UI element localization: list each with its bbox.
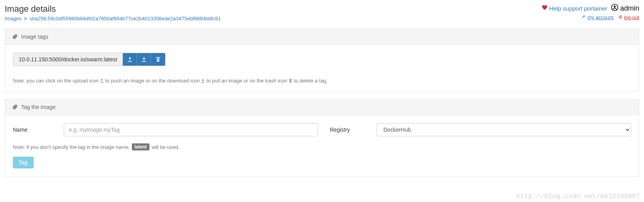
image-tag-row: 10.0.11.150:5000/docker.io/swarm:latest <box>13 53 165 66</box>
page-title: Image details <box>5 4 221 14</box>
pull-button[interactable] <box>137 53 151 66</box>
tag-image-title: Tag the image <box>21 104 56 110</box>
breadcrumb-hash[interactable]: sha256:59c0df55980b84dfd2a7650af954b77ce… <box>29 16 221 21</box>
heart-icon <box>542 5 547 12</box>
upload-icon <box>127 57 133 62</box>
latest-badge: latest <box>132 143 149 150</box>
tag-icon <box>12 34 17 39</box>
download-icon <box>201 79 205 83</box>
note-p3: to pull an image or on the trash icon <box>206 78 287 84</box>
tag-note-prefix: Note: if you don't specify the tag in th… <box>13 144 130 150</box>
note-p1: Note: you can click on the upload icon <box>13 78 99 84</box>
logout-link[interactable]: log out <box>618 14 639 20</box>
upload-icon <box>100 79 104 83</box>
image-tags-panel: Image tags 10.0.11.150:5000/docker.io/sw… <box>5 29 639 92</box>
breadcrumb-root[interactable]: Images <box>5 16 22 21</box>
help-support-label: Help support portainer <box>549 5 607 12</box>
username: admin <box>620 4 639 13</box>
name-input[interactable] <box>64 123 318 136</box>
tag-icon <box>12 105 17 110</box>
name-label: Name <box>13 127 64 133</box>
image-tags-heading: Image tags <box>5 29 639 45</box>
help-support-link[interactable]: Help support portainer <box>542 5 607 12</box>
signout-icon <box>618 14 622 20</box>
delete-tag-button[interactable] <box>151 53 165 66</box>
registry-select[interactable]: DockerHub <box>377 123 631 136</box>
tag-note-suffix: will be used. <box>151 144 180 150</box>
image-tag-text: 10.0.11.150:5000/docker.io/swarm:latest <box>13 53 123 66</box>
image-tags-title: Image tags <box>21 34 48 40</box>
tag-note: Note: if you don't specify the tag in th… <box>13 143 631 150</box>
breadcrumb-separator: > <box>24 16 27 21</box>
wrench-icon <box>581 14 586 20</box>
trash-icon <box>288 79 293 83</box>
logout-label: log out <box>624 14 639 20</box>
push-button[interactable] <box>123 53 137 66</box>
note-p2: to push an image or on the download icon <box>105 78 200 84</box>
trash-icon <box>155 57 161 62</box>
tag-image-heading: Tag the image <box>5 99 639 115</box>
registry-label: Registry <box>330 127 377 133</box>
tag-image-panel: Tag the image Name Registry DockerHub No… <box>5 99 639 177</box>
tag-button[interactable]: Tag <box>13 157 34 168</box>
user-icon <box>611 4 618 13</box>
note-p4: to delete a tag. <box>294 78 327 84</box>
download-icon <box>141 57 147 62</box>
user-block: admin <box>611 4 639 13</box>
my-account-link[interactable]: my account <box>581 14 613 20</box>
my-account-label: my account <box>587 14 613 20</box>
breadcrumb: Images > sha256:59c0df55980b84dfd2a7650a… <box>5 16 221 21</box>
image-tags-note: Note: you can click on the upload icon t… <box>13 78 631 84</box>
